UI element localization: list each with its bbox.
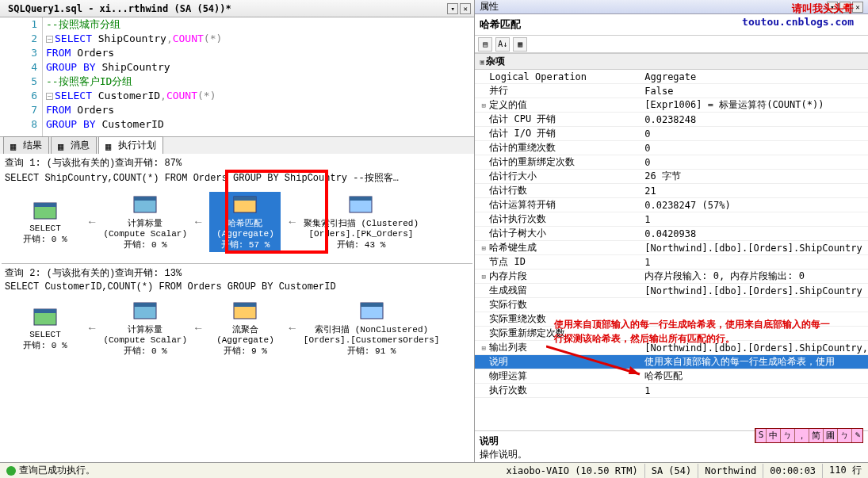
- status-segment: xiaobo-VAIO (10.50 RTM): [500, 464, 644, 478]
- status-segment: 00:00:03: [763, 464, 822, 478]
- query-sql: SELECT ShipCountry,COUNT(*) FROM Orders …: [2, 170, 472, 185]
- property-row[interactable]: 实际重绕次数: [475, 312, 868, 327]
- watermark: 请叫我头头哥 toutou.cnblogs.com: [742, 2, 854, 28]
- tab-结果[interactable]: ▦结果: [3, 136, 49, 154]
- svg-rect-7: [350, 197, 372, 201]
- property-row[interactable]: 估计的重新绑定次数0: [475, 155, 868, 170]
- plan-node-cidx[interactable]: 聚集索引扫描 (Clustered)[Orders].[PK_Orders]开销…: [304, 193, 419, 250]
- plan-node-select[interactable]: SELECT开销: 0 %: [10, 306, 81, 351]
- plan-node-idx[interactable]: 索引扫描 (NonClustered)[Orders].[CustomersOr…: [304, 300, 440, 357]
- plan-node-select[interactable]: SELECT开销: 0 %: [10, 200, 81, 245]
- query-sql: SELECT CustomerID,COUNT(*) FROM Orders G…: [2, 281, 472, 293]
- ime-button[interactable]: ，: [794, 429, 809, 442]
- properties-toolbar: ▤ A↓ ▦: [475, 36, 868, 53]
- property-row[interactable]: 估计的重绕次数0: [475, 141, 868, 155]
- categorized-button[interactable]: ▤: [478, 37, 492, 52]
- msg-icon: ▦: [58, 141, 67, 151]
- property-category[interactable]: ▣杂项: [475, 53, 868, 70]
- svg-rect-15: [361, 303, 383, 307]
- editor-pane: SQLQuery1.sql - xi...rthwind (SA (54))* …: [0, 0, 475, 462]
- ime-toolbar[interactable]: S中ㄅ，简圃ㄅ✎: [755, 428, 863, 443]
- execution-plan-panel: 查询 1: (与该批有关的)查询开销: 87%SELECT ShipCountr…: [0, 154, 474, 462]
- property-row[interactable]: 估计子树大小0.0420938: [475, 227, 868, 241]
- status-message: 查询已成功执行。: [19, 464, 95, 477]
- plan-node-scalar[interactable]: 计算标量(Compute Scalar)开销: 0 %: [103, 193, 187, 250]
- svg-rect-13: [234, 303, 256, 307]
- plan-arrow-icon: ←: [195, 216, 201, 228]
- svg-rect-3: [134, 197, 156, 201]
- success-icon: [6, 466, 16, 476]
- property-row[interactable]: 说明使用来自顶部输入的每一行生成哈希表，使用: [475, 355, 868, 369]
- properties-pane: 请叫我头头哥 toutou.cnblogs.com 属性 ▾ 📌 ✕ 哈希匹配 …: [475, 0, 868, 462]
- ime-button[interactable]: 中: [766, 429, 780, 442]
- status-bar: 查询已成功执行。 xiaobo-VAIO (10.50 RTM)SA (54)N…: [0, 462, 868, 478]
- plan-icon: ▦: [105, 141, 115, 151]
- property-grid[interactable]: ▣杂项 Logical OperationAggregate并行False⊞定义…: [475, 53, 868, 430]
- ime-button[interactable]: 圃: [823, 429, 837, 442]
- alphabetical-button[interactable]: A↓: [495, 37, 510, 52]
- property-row[interactable]: 物理运算哈希匹配: [475, 369, 868, 384]
- ime-button[interactable]: 简: [809, 429, 823, 442]
- tab-close-button[interactable]: ✕: [460, 3, 471, 14]
- property-pages-button[interactable]: ▦: [513, 37, 527, 52]
- svg-rect-1: [34, 203, 56, 207]
- status-segment: Northwind: [698, 464, 763, 478]
- property-row[interactable]: 执行次数1: [475, 384, 868, 398]
- status-segment: 110 行: [822, 464, 868, 478]
- sql-editor[interactable]: 12345678 --按照城市分组−SELECT ShipCountry,COU…: [0, 17, 474, 136]
- property-row[interactable]: 生成残留[Northwind].[dbo].[Orders].ShipCount…: [475, 284, 868, 298]
- panel-close-button[interactable]: ✕: [852, 2, 863, 13]
- line-gutter: 12345678: [0, 17, 43, 136]
- plan-node-stream[interactable]: 流聚合(Aggregate)开销: 9 %: [209, 300, 281, 357]
- property-row[interactable]: 估计运算符开销0.0238247 (57%): [475, 198, 868, 212]
- property-row[interactable]: 估计 I/O 开销0: [475, 127, 868, 141]
- ime-button[interactable]: S: [755, 429, 767, 442]
- sql-tab-bar: SQLQuery1.sql - xi...rthwind (SA (54))* …: [0, 0, 474, 17]
- plan-node-scalar[interactable]: 计算标量(Compute Scalar)开销: 0 %: [103, 300, 187, 357]
- property-row[interactable]: 估计行数21: [475, 184, 868, 198]
- ime-button[interactable]: ㄅ: [837, 429, 851, 442]
- property-row[interactable]: 估计执行次数1: [475, 212, 868, 227]
- ime-button[interactable]: ✎: [851, 429, 862, 442]
- plan-arrow-icon: ←: [89, 322, 95, 335]
- query-header: 查询 1: (与该批有关的)查询开销: 87%: [2, 155, 472, 170]
- plan-arrow-icon: ←: [289, 322, 295, 335]
- sql-file-tab[interactable]: SQLQuery1.sql - xi...rthwind (SA (54))*: [3, 3, 236, 14]
- svg-rect-9: [34, 309, 56, 313]
- property-row[interactable]: 实际行数: [475, 298, 868, 312]
- status-segment: SA (54): [644, 464, 698, 478]
- grid-icon: ▦: [10, 141, 20, 151]
- property-row[interactable]: 估计 CPU 开销0.0238248: [475, 113, 868, 127]
- property-row[interactable]: Logical OperationAggregate: [475, 70, 868, 84]
- property-row[interactable]: 实际重新绑定次数: [475, 327, 868, 341]
- tab-dropdown-button[interactable]: ▾: [447, 3, 458, 14]
- svg-rect-5: [234, 197, 256, 201]
- query-header: 查询 2: (与该批有关的)查询开销: 13%: [2, 266, 472, 281]
- tab-执行计划[interactable]: ▦执行计划: [98, 136, 163, 154]
- property-row[interactable]: 节点 ID1: [475, 255, 868, 270]
- property-row[interactable]: ⊞内存片段内存片段输入: 0, 内存片段输出: 0: [475, 270, 868, 284]
- property-row[interactable]: ⊞哈希键生成[Northwind].[dbo].[Orders].ShipCou…: [475, 241, 868, 255]
- result-tabs: ▦结果▦消息▦执行计划: [0, 136, 474, 154]
- plan-arrow-icon: ←: [289, 216, 295, 228]
- property-row[interactable]: ⊞输出列表[Northwind].[dbo].[Orders].ShipCoun…: [475, 341, 868, 355]
- property-row[interactable]: 并行False: [475, 84, 868, 98]
- code-content[interactable]: --按照城市分组−SELECT ShipCountry,COUNT(*)FROM…: [43, 17, 474, 136]
- svg-rect-11: [134, 303, 156, 307]
- plan-arrow-icon: ←: [89, 216, 95, 228]
- tab-消息[interactable]: ▦消息: [51, 136, 97, 154]
- property-row[interactable]: 估计行大小26 字节: [475, 170, 868, 184]
- ime-button[interactable]: ㄅ: [780, 429, 794, 442]
- plan-arrow-icon: ←: [195, 322, 201, 335]
- plan-node-hash[interactable]: 哈希匹配(Aggregate)开销: 57 %: [209, 192, 281, 252]
- property-row[interactable]: ⊞定义的值[Expr1006] = 标量运算符(COUNT(*)): [475, 98, 868, 113]
